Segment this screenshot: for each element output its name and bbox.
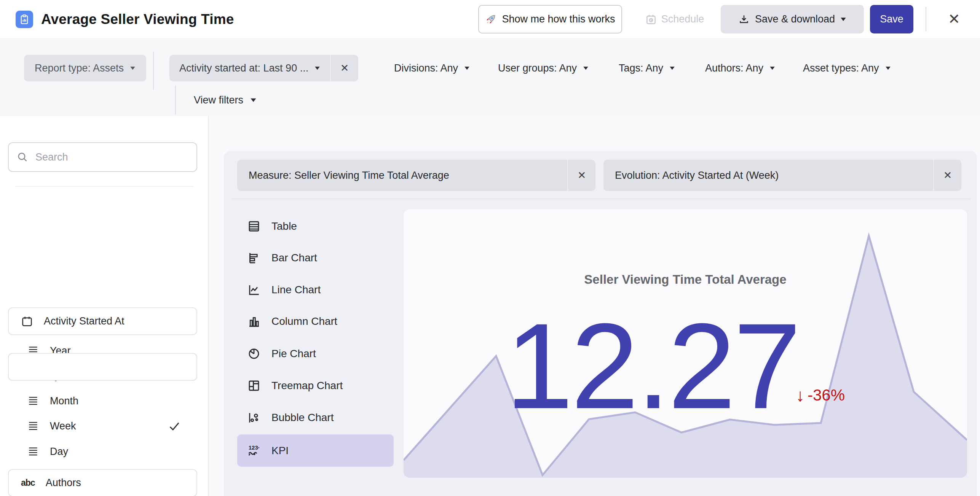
close-button[interactable]: ✕ [943, 8, 965, 30]
chart-type-label: Bar Chart [271, 252, 317, 264]
granularity-label: Month [50, 395, 78, 407]
rows-icon [27, 395, 39, 407]
field-authors[interactable]: abc Authors [8, 469, 197, 496]
granularity-label: Week [50, 420, 76, 432]
show-me-how-button[interactable]: Show me how this works [478, 5, 622, 33]
save-download-label: Save & download [755, 13, 835, 25]
kpi-delta: ↓ -36% [796, 385, 845, 405]
line-chart-icon [247, 283, 261, 297]
chevron-down-icon [250, 98, 257, 102]
tags-label: Tags: Any [619, 62, 663, 74]
chevron-down-icon [583, 66, 589, 70]
search-box[interactable] [8, 142, 197, 172]
chevron-down-icon [885, 66, 891, 70]
chevron-down-icon [464, 66, 470, 70]
remove-activity-filter-button[interactable]: ✕ [331, 55, 358, 81]
report-type-dropdown[interactable]: Report type: Assets [24, 55, 146, 81]
calendar-icon [21, 315, 33, 327]
granularity-month[interactable]: Month [8, 388, 197, 413]
authors-label: Authors: Any [705, 62, 763, 74]
filter-divider [153, 52, 154, 90]
remove-measure-button[interactable]: ✕ [568, 160, 595, 191]
panel-separator [231, 199, 971, 199]
evolution-chip-label: Evolution: Activity Started At (Week) [603, 170, 933, 181]
calendar-clock-icon [645, 14, 657, 25]
kpi-delta-value: -36% [808, 386, 845, 404]
kpi-visualization-card: Seller Viewing Time Total Average 12.27 … [404, 209, 967, 478]
header-divider [926, 7, 926, 31]
user-groups-label: User groups: Any [498, 62, 577, 74]
chart-type-label: Pie Chart [271, 348, 316, 360]
search-input[interactable] [35, 151, 180, 163]
download-icon [738, 14, 750, 25]
asset-types-dropdown[interactable]: Asset types: Any [803, 55, 891, 81]
show-me-label: Show me how this works [502, 13, 615, 25]
kpi-icon: 123 [247, 444, 261, 458]
page-title: Average Seller Viewing Time [41, 11, 234, 27]
chart-type-label: Bubble Chart [271, 412, 334, 424]
chart-type-label: Column Chart [271, 315, 337, 327]
measure-chip-label: Measure: Seller Viewing Time Total Avera… [237, 170, 567, 181]
view-filters-indent-line [175, 86, 176, 114]
chevron-down-icon [314, 66, 320, 70]
activity-date-label: Activity started at: Last 90 ... [179, 62, 308, 74]
authors-dropdown[interactable]: Authors: Any [705, 55, 775, 81]
chevron-down-icon [669, 66, 675, 70]
save-label: Save [880, 13, 903, 25]
top-header: Average Seller Viewing Time Show me how … [0, 0, 980, 38]
view-filters-label: View filters [194, 94, 243, 106]
report-type-label: Report type: Assets [35, 62, 124, 74]
granularity-day[interactable]: Day [8, 439, 197, 464]
bar-chart-icon [247, 251, 261, 265]
tags-dropdown[interactable]: Tags: Any [619, 55, 675, 81]
save-button[interactable]: Save [870, 5, 913, 33]
rows-icon [27, 420, 39, 432]
kpi-value: 12.27 [404, 305, 901, 427]
search-icon [16, 151, 29, 163]
remove-evolution-button[interactable]: ✕ [934, 160, 961, 191]
asset-types-label: Asset types: Any [803, 62, 879, 74]
rocket-icon [485, 14, 496, 25]
bubble-chart-icon [247, 411, 261, 424]
treemap-icon [247, 379, 261, 393]
chart-type-table[interactable]: Table [237, 210, 394, 242]
chevron-down-icon [840, 17, 846, 21]
rows-icon [27, 445, 39, 458]
table-icon [247, 219, 261, 233]
view-filters-dropdown[interactable]: View filters [194, 88, 257, 112]
schedule-button-disabled[interactable]: Schedule [637, 5, 713, 33]
granularity-label: Day [50, 446, 68, 458]
svg-text:123: 123 [249, 444, 258, 450]
column-chart-icon [247, 315, 261, 328]
kpi-title: Seller Viewing Time Total Average [404, 272, 967, 287]
pie-chart-icon [247, 347, 261, 361]
check-icon [168, 419, 181, 433]
user-groups-dropdown[interactable]: User groups: Any [498, 55, 589, 81]
chart-type-line[interactable]: Line Chart [237, 274, 394, 306]
field-activity-started-at[interactable]: Activity Started At [8, 307, 197, 335]
arrow-down-icon: ↓ [796, 385, 804, 405]
granularity-week-selected[interactable]: Week [8, 413, 197, 439]
chevron-down-icon [769, 66, 775, 70]
chart-type-bar[interactable]: Bar Chart [237, 242, 394, 274]
measure-chip[interactable]: Measure: Seller Viewing Time Total Avera… [237, 160, 595, 191]
filter-bar: Report type: Assets Activity started at:… [0, 38, 980, 116]
field-label: Activity Started At [44, 315, 124, 327]
chart-type-bubble[interactable]: Bubble Chart [237, 402, 394, 434]
schedule-label: Schedule [661, 13, 704, 25]
activity-date-filter-chip[interactable]: Activity started at: Last 90 ... ✕ [169, 55, 358, 81]
chart-type-label: KPI [271, 445, 289, 457]
activity-date-dropdown[interactable]: Activity started at: Last 90 ... [169, 55, 330, 81]
chart-type-column[interactable]: Column Chart [237, 305, 394, 337]
chart-type-label: Table [271, 220, 297, 232]
chart-type-label: Treemap Chart [271, 380, 343, 392]
chart-type-label: Line Chart [271, 284, 321, 296]
chart-type-pie[interactable]: Pie Chart [237, 338, 394, 370]
chevron-down-icon [130, 66, 136, 70]
report-app-icon [16, 11, 33, 28]
save-and-download-button[interactable]: Save & download [721, 5, 864, 33]
evolution-chip[interactable]: Evolution: Activity Started At (Week) ✕ [603, 160, 961, 191]
chart-type-treemap[interactable]: Treemap Chart [237, 370, 394, 402]
chart-type-kpi-selected[interactable]: 123 KPI [237, 434, 394, 467]
divisions-dropdown[interactable]: Divisions: Any [394, 55, 470, 81]
